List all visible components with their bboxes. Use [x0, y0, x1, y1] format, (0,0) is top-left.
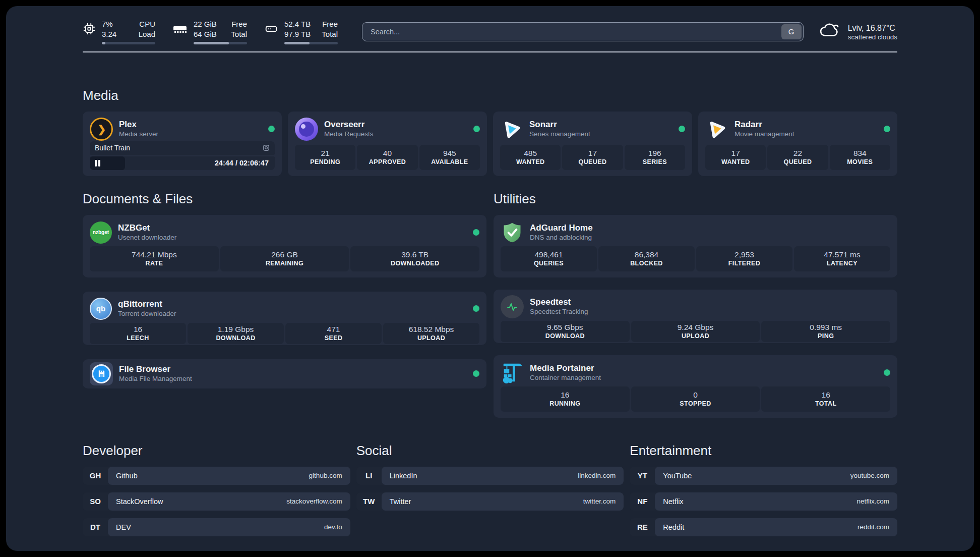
section-title-developer: Developer [83, 443, 350, 459]
disk-total-label: Total [322, 29, 338, 39]
service-title: Overseerr [324, 119, 374, 130]
cloud-icon [819, 22, 841, 41]
service-title: Media Portainer [530, 363, 601, 373]
pause-icon [95, 160, 100, 166]
cpu-load-value: 3.24 [102, 29, 116, 39]
service-card-portainer[interactable]: Media Portainer Container management 16 … [494, 355, 897, 418]
search-provider-button[interactable]: G [781, 24, 802, 39]
radarr-icon [703, 116, 730, 142]
service-card-radarr[interactable]: Radarr Movie management 17 WANTED 22 QUE… [698, 112, 897, 176]
stat-tile: 21 PENDING [295, 145, 355, 170]
service-subtitle: Media server [119, 130, 158, 139]
bookmark-name: YouTube [663, 472, 692, 480]
disk-stats: 52.4 TB 97.9 TB Free Total [264, 19, 338, 44]
stat-tile: 47.571 ms LATENCY [794, 246, 890, 271]
nzbget-icon: nzbget [90, 221, 112, 244]
status-dot [473, 126, 480, 132]
disk-progress-bar [284, 42, 338, 44]
service-card-sonarr[interactable]: Sonarr Series management 485 WANTED 17 Q… [493, 112, 692, 176]
disk-free-label: Free [322, 19, 338, 29]
stat-tile: 485 WANTED [500, 145, 561, 170]
bookmark-youtube[interactable]: YT YouTube youtube.com [630, 467, 897, 485]
disk-total-value: 97.9 TB [284, 29, 311, 39]
service-title: qBittorrent [118, 299, 176, 309]
service-card-plex[interactable]: ❯ Plex Media server Bullet Train [83, 112, 282, 176]
bookmark-url: reddit.com [858, 523, 889, 531]
service-card-qbittorrent[interactable]: qb qBittorrent Torrent downloader 16 LEE… [83, 292, 486, 345]
service-title: Radarr [734, 119, 794, 130]
cpu-stats: 7% 3.24 CPU Load [83, 19, 155, 44]
bookmark-abbr: GH [83, 467, 108, 485]
stat-tile: 2,953 FILTERED [696, 246, 792, 271]
stat-tile: 945 AVAILABLE [419, 145, 480, 170]
stat-tile: 40 APPROVED [357, 145, 417, 170]
service-card-adguard[interactable]: AdGuard Home DNS and adblocking 498,461 … [494, 215, 897, 277]
ram-total-label: Total [231, 29, 247, 39]
service-subtitle: Usenet downloader [118, 233, 176, 242]
search-bar: G [362, 22, 804, 41]
service-card-speedtest[interactable]: Speedtest Speedtest Tracking 9.65 Gbps D… [494, 290, 897, 343]
ram-progress-bar [194, 42, 247, 44]
bookmark-url: twitter.com [583, 497, 616, 505]
service-card-filebrowser[interactable]: File Browser Media File Management [83, 359, 486, 388]
service-subtitle: DNS and adblocking [530, 233, 593, 242]
bookmark-github[interactable]: GH Github github.com [83, 467, 350, 485]
stat-tile: 9.24 Gbps UPLOAD [631, 321, 760, 342]
bookmark-abbr: YT [630, 467, 655, 485]
overseerr-icon [295, 118, 318, 141]
bookmark-url: github.com [309, 472, 342, 479]
status-dot [473, 229, 479, 236]
bookmark-dev[interactable]: DT DEV dev.to [83, 518, 350, 536]
status-dot [884, 369, 890, 376]
bookmark-netflix[interactable]: NF Netflix netflix.com [630, 492, 897, 511]
bookmark-name: Twitter [390, 497, 411, 506]
service-subtitle: Media Requests [324, 130, 374, 139]
bookmark-name: Reddit [663, 523, 684, 531]
bookmark-name: Netflix [663, 497, 683, 506]
stat-tile: 17 QUEUED [562, 145, 623, 170]
bookmark-linkedin[interactable]: LI LinkedIn linkedin.com [356, 467, 624, 485]
search-input[interactable] [362, 28, 780, 36]
service-subtitle: Media File Management [119, 374, 192, 383]
service-title: AdGuard Home [530, 222, 593, 233]
service-card-nzbget[interactable]: nzbget NZBGet Usenet downloader 744.21 M… [83, 215, 486, 277]
cpu-load-label: Load [139, 29, 155, 39]
plex-icon: ❯ [90, 118, 113, 141]
filebrowser-icon [90, 362, 113, 385]
bookmark-url: linkedin.com [578, 472, 616, 479]
bookmark-reddit[interactable]: RE Reddit reddit.com [630, 518, 897, 536]
stat-tile: 22 QUEUED [767, 145, 828, 170]
dashboard-window: 7% 3.24 CPU Load [6, 6, 974, 551]
bookmark-stackoverflow[interactable]: SO StackOverflow stackoverflow.com [83, 492, 350, 511]
now-playing-view-icon [263, 144, 270, 151]
qbittorrent-icon: qb [90, 298, 112, 320]
bookmark-twitter[interactable]: TW Twitter twitter.com [356, 492, 624, 511]
disk-free-value: 52.4 TB [284, 19, 311, 29]
cpu-icon [83, 22, 96, 35]
stat-tile: 16 LEECH [90, 323, 186, 344]
service-title: File Browser [119, 364, 192, 374]
service-subtitle: Container management [530, 373, 601, 382]
stat-tile: 266 GB REMAINING [220, 246, 349, 271]
stat-tile: 618.52 Mbps UPLOAD [383, 323, 479, 344]
ram-icon [172, 22, 188, 35]
stat-tile: 1.19 Gbps DOWNLOAD [188, 323, 284, 344]
stat-tile: 17 WANTED [705, 145, 766, 170]
service-card-overseerr[interactable]: Overseerr Media Requests 21 PENDING 40 A… [288, 112, 487, 176]
adguard-icon [501, 221, 524, 244]
stat-tile: 86,384 BLOCKED [598, 246, 695, 271]
service-subtitle: Series management [529, 130, 590, 139]
memory-stats: 22 GiB 64 GiB Free Total [172, 19, 247, 44]
stat-tile: 9.65 Gbps DOWNLOAD [501, 321, 630, 342]
stat-tile: 471 SEED [285, 323, 382, 344]
bookmark-abbr: TW [356, 492, 382, 511]
bookmark-name: StackOverflow [116, 497, 163, 506]
disk-icon [264, 22, 278, 35]
stat-tile: 498,461 QUERIES [501, 246, 597, 271]
bookmark-abbr: RE [630, 518, 655, 536]
service-title: Sonarr [529, 119, 590, 130]
bookmark-url: dev.to [324, 523, 342, 531]
bookmark-name: LinkedIn [390, 472, 417, 480]
top-bar: 7% 3.24 CPU Load [83, 19, 897, 44]
now-playing-time: 24:44 / 02:06:47 [215, 156, 269, 170]
